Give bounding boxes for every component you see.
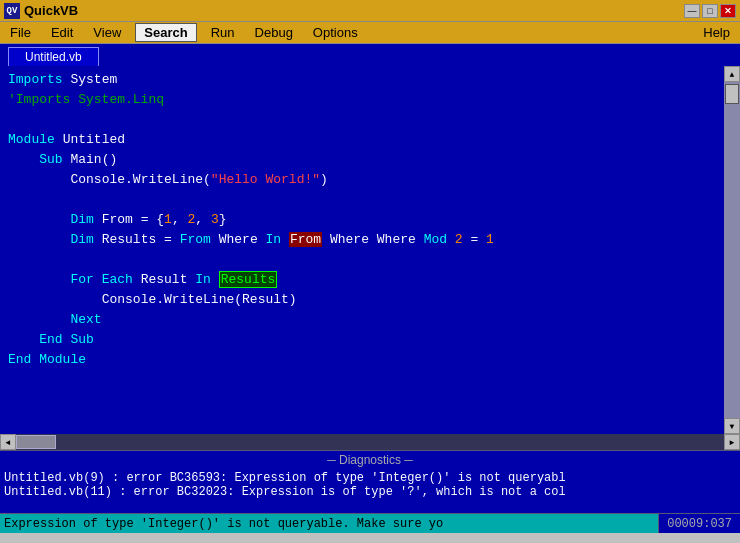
menu-search[interactable]: Search	[135, 23, 196, 42]
scroll-down-button[interactable]: ▼	[724, 418, 740, 434]
diagnostics-line2: Untitled.vb(11) : error BC32023: Express…	[4, 485, 736, 499]
title-text: QuickVB	[24, 3, 78, 18]
scroll-track	[16, 434, 724, 450]
scroll-left-button[interactable]: ◄	[0, 434, 16, 450]
status-bar: Expression of type 'Integer()' is not qu…	[0, 513, 740, 533]
hscroll-thumb[interactable]	[16, 435, 56, 449]
menu-view[interactable]: View	[87, 23, 127, 42]
code-editor[interactable]: Imports System 'Imports System.Linq Modu…	[0, 66, 724, 434]
status-message: Expression of type 'Integer()' is not qu…	[0, 514, 658, 533]
scroll-up-button[interactable]: ▲	[724, 66, 740, 82]
menu-debug[interactable]: Debug	[249, 23, 299, 42]
scroll-thumb[interactable]	[725, 84, 739, 104]
vertical-scrollbar[interactable]: ▲ ▼	[724, 66, 740, 434]
menu-file[interactable]: File	[4, 23, 37, 42]
menu-options[interactable]: Options	[307, 23, 364, 42]
close-button[interactable]: ✕	[720, 4, 736, 18]
minimize-button[interactable]: —	[684, 4, 700, 18]
maximize-button[interactable]: □	[702, 4, 718, 18]
menu-run[interactable]: Run	[205, 23, 241, 42]
diagnostics-header: ─ Diagnostics ─	[0, 450, 740, 469]
menu-bar: File Edit View Search Run Debug Options …	[0, 22, 740, 44]
status-position: 00009:037	[658, 514, 740, 533]
diagnostics-line1: Untitled.vb(9) : error BC36593: Expressi…	[4, 471, 736, 485]
menu-edit[interactable]: Edit	[45, 23, 79, 42]
scroll-right-button[interactable]: ►	[724, 434, 740, 450]
title-left: QV QuickVB	[4, 3, 78, 19]
title-controls: — □ ✕	[684, 4, 736, 18]
title-bar: QV QuickVB — □ ✕	[0, 0, 740, 22]
app-icon: QV	[4, 3, 20, 19]
tab-bar: Untitled.vb	[0, 44, 740, 66]
menu-help[interactable]: Help	[697, 23, 736, 42]
diagnostics-content: Untitled.vb(9) : error BC36593: Expressi…	[0, 469, 740, 513]
horizontal-scrollbar[interactable]: ◄ ►	[0, 434, 740, 450]
active-tab[interactable]: Untitled.vb	[8, 47, 99, 66]
editor-container: Imports System 'Imports System.Linq Modu…	[0, 66, 740, 434]
